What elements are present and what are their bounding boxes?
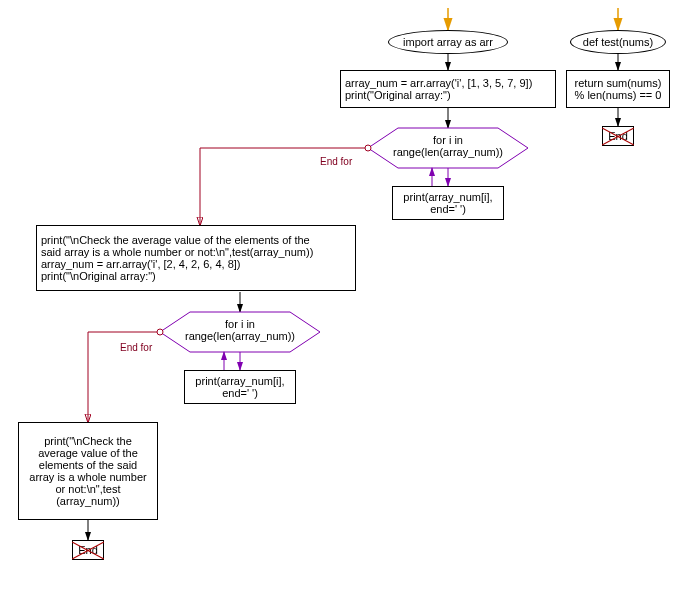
process-init-array: array_num = arr.array('i', [1, 3, 5, 7, … (340, 70, 556, 108)
process-return: return sum(nums) % len(nums) == 0 (566, 70, 670, 108)
end-terminal-test: End (602, 126, 634, 146)
loop2-body: print(array_num[i], end=' ') (184, 370, 296, 404)
terminal-def-test: def test(nums) (570, 30, 666, 54)
loop2-label: for i in range(len(array_num)) (180, 318, 300, 342)
terminal-import: import array as arr (388, 30, 508, 54)
end-terminal-main: End (72, 540, 104, 560)
loop1-body: print(array_num[i], end=' ') (392, 186, 504, 220)
loop1-label: for i in range(len(array_num)) (388, 134, 508, 158)
endfor-label-1: End for (320, 156, 352, 167)
svg-point-11 (157, 329, 163, 335)
process-check2: print("\nCheck the average value of the … (18, 422, 158, 520)
process-check1-reinit: print("\nCheck the average value of the … (36, 225, 356, 291)
svg-point-6 (365, 145, 371, 151)
endfor-label-2: End for (120, 342, 152, 353)
